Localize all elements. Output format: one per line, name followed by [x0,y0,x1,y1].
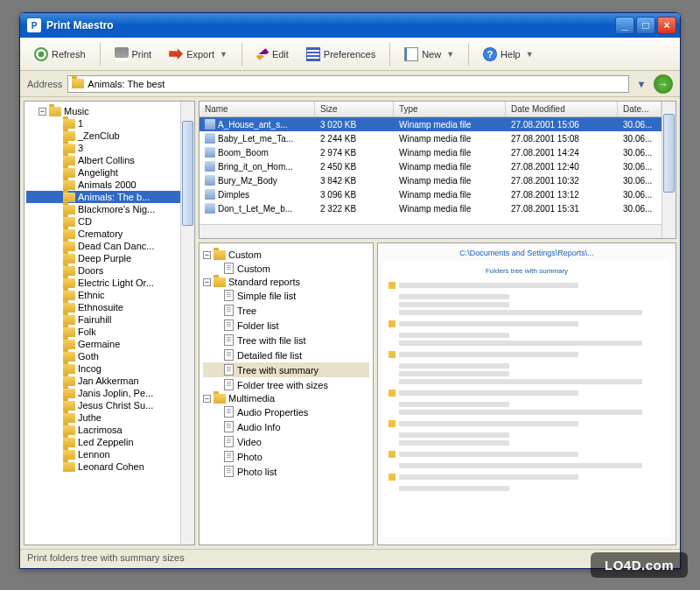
titlebar[interactable]: P Print Maestro _ □ × [20,13,680,38]
tree-root[interactable]: −Music [26,105,192,117]
tree-item[interactable]: Animals: The b... [26,191,192,203]
report-item[interactable]: Tree with summary [203,362,369,377]
tree-item[interactable]: Jan Akkerman [26,375,192,387]
status-text: Print folders tree with summary sizes [27,552,185,563]
preview-panel: C:\Documents and Settings\Reports\... Fo… [377,242,676,545]
address-dropdown-button[interactable]: ▼ [634,77,648,91]
tree-item[interactable]: Janis Joplin, Pe... [26,387,192,399]
new-icon [404,47,418,61]
chevron-down-icon: ▼ [220,50,228,59]
preferences-button[interactable]: Preferences [299,44,382,65]
tree-item[interactable]: Electric Light Or... [26,277,192,289]
tree-item[interactable]: Albert Collins [26,154,192,166]
tree-item[interactable]: Ethnic [26,289,192,301]
close-button[interactable]: × [657,17,676,34]
tree-item[interactable]: Germaine [26,338,192,350]
report-item[interactable]: Folder list [203,318,369,333]
tree-item[interactable]: Deep Purple [26,252,192,264]
tree-item[interactable]: CD [26,215,192,228]
help-button[interactable]: ?Help▼ [476,44,541,65]
report-item[interactable]: Audio Properties [203,404,369,419]
new-button[interactable]: New▼ [397,44,461,65]
report-item[interactable]: Folder tree with sizes [203,377,369,392]
tree-item[interactable]: Folk [26,326,192,338]
report-item[interactable]: Tree with file list [203,333,369,348]
filelist-h-scrollbar[interactable] [200,224,662,238]
report-item[interactable]: Video [203,434,369,449]
status-bar: Print folders tree with summary sizes [20,549,680,568]
print-button[interactable]: Print [108,44,159,65]
tree-item[interactable]: Dead Can Danc... [26,240,192,252]
report-item[interactable]: Photo [203,449,369,464]
tree-item[interactable]: 1 [26,117,192,130]
report-group[interactable]: −Custom [203,249,369,261]
file-row[interactable]: Bring_it_on_Hom...2 450 KBWinamp media f… [200,159,676,173]
app-window: P Print Maestro _ □ × Refresh Print Expo… [19,12,681,569]
edit-button[interactable]: Edit [249,46,296,63]
file-row[interactable]: Dimples3 096 KBWinamp media file27.08.20… [200,187,676,201]
report-item[interactable]: Tree [203,303,369,318]
file-list-header[interactable]: Name Size Type Date Modified Date... [200,102,676,117]
reports-panel[interactable]: −CustomCustom−Standard reportsSimple fil… [199,242,374,545]
col-size[interactable]: Size [315,102,394,116]
address-field[interactable]: Animals: The best [67,75,629,93]
col-name[interactable]: Name [200,102,315,116]
tree-scrollbar[interactable] [180,102,194,544]
tree-item[interactable]: Leonard Cohen [26,460,192,473]
folder-tree[interactable]: −Music1_ZenClub3Albert CollinsAngelightA… [24,101,195,545]
tree-item[interactable]: Lennon [26,448,192,460]
help-icon: ? [483,47,497,61]
tree-item[interactable]: Ethnosuite [26,301,192,313]
export-button[interactable]: Export▼ [162,44,234,65]
watermark: LO4D.com [591,552,688,578]
chevron-down-icon: ▼ [446,50,454,59]
filelist-v-scrollbar[interactable] [662,102,676,238]
preferences-icon [306,47,320,61]
go-button[interactable]: → [654,74,673,94]
file-row[interactable]: Bury_Mz_Body3 842 KBWinamp media file27.… [200,173,676,187]
address-value: Animals: The best [88,79,164,89]
chevron-down-icon: ▼ [526,50,534,59]
separator [389,43,390,66]
tree-item[interactable]: Lacrimosa [26,424,192,436]
report-item[interactable]: Photo list [203,464,369,479]
col-type[interactable]: Type [394,102,506,116]
file-row[interactable]: Don_t_Let_Me_b...2 322 KBWinamp media fi… [200,201,676,215]
col-date[interactable]: Date Modified [506,102,618,116]
report-item[interactable]: Custom [203,261,369,276]
file-row[interactable]: Baby_Let_me_Ta...2 244 KBWinamp media fi… [200,131,676,145]
file-list[interactable]: Name Size Type Date Modified Date... A_H… [199,101,676,239]
col-date2[interactable]: Date... [618,102,662,116]
refresh-icon [34,47,48,61]
tree-item[interactable]: 3 [26,142,192,154]
report-group[interactable]: −Standard reports [203,276,369,288]
maximize-button[interactable]: □ [636,17,655,34]
report-item[interactable]: Audio Info [203,419,369,434]
print-icon [115,47,129,61]
refresh-button[interactable]: Refresh [27,44,93,65]
tree-item[interactable]: Goth [26,350,192,362]
file-row[interactable]: A_House_ant_s...3 020 KBWinamp media fil… [200,117,676,131]
separator [468,43,469,66]
file-row[interactable]: Boom_Boom2 974 KBWinamp media file27.08.… [200,145,676,159]
separator [100,43,101,66]
preview-body: Folders tree with summary [383,261,670,537]
tree-item[interactable]: Animals 2000 [26,179,192,191]
export-icon [169,47,183,61]
tree-item[interactable]: _ZenClub [26,130,192,142]
tree-item[interactable]: Juthe [26,411,192,424]
address-bar: Address Animals: The best ▼ → [20,71,680,97]
report-item[interactable]: Simple file list [203,288,369,303]
report-group[interactable]: −Multimedia [203,392,369,404]
tree-item[interactable]: Incog [26,362,192,375]
tree-item[interactable]: Angelight [26,166,192,179]
tree-item[interactable]: Led Zeppelin [26,436,192,448]
report-item[interactable]: Detailed file list [203,348,369,362]
minimize-button[interactable]: _ [615,17,634,34]
folder-icon [72,79,84,88]
tree-item[interactable]: Crematory [26,228,192,240]
tree-item[interactable]: Blackmore's Nig... [26,203,192,215]
tree-item[interactable]: Jesus Christ Su... [26,399,192,411]
tree-item[interactable]: Fairuhill [26,313,192,326]
tree-item[interactable]: Doors [26,264,192,277]
